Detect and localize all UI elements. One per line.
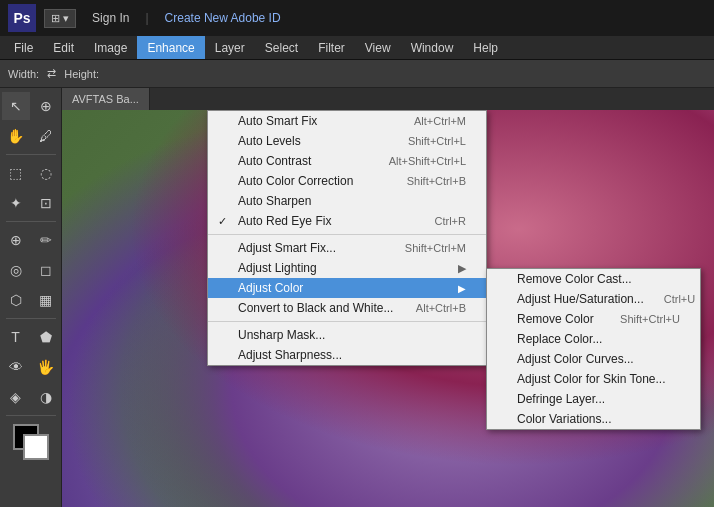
tool-row-5: ⊕ ✏ <box>2 226 60 254</box>
title-divider: | <box>145 11 148 25</box>
tool-row-10: ◈ ◑ <box>2 383 60 411</box>
adjust-color-label: Adjust Color <box>238 281 303 295</box>
menu-auto-levels[interactable]: Auto Levels Shift+Ctrl+L <box>208 131 486 151</box>
menu-auto-color-correction[interactable]: Auto Color Correction Shift+Ctrl+B <box>208 171 486 191</box>
replace-color-label: Replace Color... <box>517 332 602 346</box>
eyedropper-tool[interactable]: 🖊 <box>32 122 60 150</box>
clone-tool[interactable]: ◎ <box>2 256 30 284</box>
remove-color-shortcut: Shift+Ctrl+U <box>620 313 680 325</box>
sidebar: ↖ ⊕ ✋ 🖊 ⬚ ◌ ✦ ⊡ ⊕ ✏ ◎ ◻ ⬡ ▦ T <box>0 88 62 507</box>
menu-defringe-layer[interactable]: Defringe Layer... <box>487 389 700 409</box>
menu-filter[interactable]: Filter <box>308 36 355 59</box>
tool-row-8: T ⬟ <box>2 323 60 351</box>
tool-row-6: ◎ ◻ <box>2 256 60 284</box>
menu-adjust-color[interactable]: Adjust Color ▶ <box>208 278 486 298</box>
crop-tool[interactable]: ⊡ <box>32 189 60 217</box>
menu-adjust-sharpness[interactable]: Adjust Sharpness... <box>208 345 486 365</box>
tool-row-1: ↖ ⊕ <box>2 92 60 120</box>
auto-sharpen-label: Auto Sharpen <box>238 194 311 208</box>
eye-tool[interactable]: 👁 <box>2 353 30 381</box>
menu-help[interactable]: Help <box>463 36 508 59</box>
enhance-menu: Auto Smart Fix Alt+Ctrl+M Auto Levels Sh… <box>207 110 487 366</box>
adjust-smart-fix-label: Adjust Smart Fix... <box>238 241 336 255</box>
auto-levels-shortcut: Shift+Ctrl+L <box>408 135 466 147</box>
menu-auto-contrast[interactable]: Auto Contrast Alt+Shift+Ctrl+L <box>208 151 486 171</box>
adjust-smart-fix-shortcut: Shift+Ctrl+M <box>405 242 466 254</box>
menu-file[interactable]: File <box>4 36 43 59</box>
menu-layer[interactable]: Layer <box>205 36 255 59</box>
menu-adjust-color-curves[interactable]: Adjust Color Curves... <box>487 349 700 369</box>
menu-adjust-smart-fix[interactable]: Adjust Smart Fix... Shift+Ctrl+M <box>208 238 486 258</box>
menu-color-variations[interactable]: Color Variations... <box>487 409 700 429</box>
gradient-tool[interactable]: ▦ <box>32 286 60 314</box>
menu-auto-red-eye[interactable]: Auto Red Eye Fix Ctrl+R <box>208 211 486 231</box>
menu-adjust-skin-tone[interactable]: Adjust Color for Skin Tone... <box>487 369 700 389</box>
hand-tool[interactable]: ✋ <box>2 122 30 150</box>
healing-tool[interactable]: ⊕ <box>2 226 30 254</box>
main-area: ↖ ⊕ ✋ 🖊 ⬚ ◌ ✦ ⊡ ⊕ ✏ ◎ ◻ ⬡ ▦ T <box>0 88 714 507</box>
adjust-color-arrow: ▶ <box>458 283 466 294</box>
sidebar-sep-4 <box>6 415 56 416</box>
menu-edit[interactable]: Edit <box>43 36 84 59</box>
menu-remove-color[interactable]: Remove Color Shift+Ctrl+U <box>487 309 700 329</box>
hand3-tool[interactable]: 🖐 <box>32 353 60 381</box>
menu-adjust-lighting[interactable]: Adjust Lighting ▶ <box>208 258 486 278</box>
color-variations-label: Color Variations... <box>517 412 611 426</box>
adjust-lighting-shortcut: ▶ <box>458 262 466 275</box>
shape-tool[interactable]: ⬟ <box>32 323 60 351</box>
menu-adjust-hue-sat[interactable]: Adjust Hue/Saturation... Ctrl+U <box>487 289 700 309</box>
menu-replace-color[interactable]: Replace Color... <box>487 329 700 349</box>
dodge-tool[interactable]: ◑ <box>32 383 60 411</box>
tool-row-2: ✋ 🖊 <box>2 122 60 150</box>
menu-remove-color-cast[interactable]: Remove Color Cast... <box>487 269 700 289</box>
tool-row-9: 👁 🖐 <box>2 353 60 381</box>
create-adobe-id-link[interactable]: Create New Adobe ID <box>157 9 289 27</box>
blur-tool[interactable]: ◈ <box>2 383 30 411</box>
menu-enhance[interactable]: Enhance <box>137 36 204 59</box>
menu-auto-sharpen[interactable]: Auto Sharpen <box>208 191 486 211</box>
marquee-tool[interactable]: ⬚ <box>2 159 30 187</box>
adjust-hue-sat-label: Adjust Hue/Saturation... <box>517 292 644 306</box>
tab-bar: AVFTAS Ba... <box>62 88 714 110</box>
sidebar-sep-2 <box>6 221 56 222</box>
layout-button[interactable]: ⊞ ▾ <box>44 9 76 28</box>
brush-tool[interactable]: ✏ <box>32 226 60 254</box>
menu-unsharp-mask[interactable]: Unsharp Mask... <box>208 325 486 345</box>
convert-bw-shortcut: Alt+Ctrl+B <box>416 302 466 314</box>
color-submenu: Remove Color Cast... Adjust Hue/Saturati… <box>486 268 701 430</box>
eraser-tool[interactable]: ◻ <box>32 256 60 284</box>
menu-window[interactable]: Window <box>401 36 464 59</box>
menu-bar: File Edit Image Enhance Layer Select Fil… <box>0 36 714 60</box>
sep-1 <box>208 234 486 235</box>
move-tool[interactable]: ↖ <box>2 92 30 120</box>
auto-red-eye-shortcut: Ctrl+R <box>435 215 466 227</box>
menu-auto-smart-fix[interactable]: Auto Smart Fix Alt+Ctrl+M <box>208 111 486 131</box>
canvas-area: AVFTAS Ba... Auto Smart Fix Alt+Ctrl+M A… <box>62 88 714 507</box>
auto-red-eye-label: Auto Red Eye Fix <box>238 214 331 228</box>
canvas-tab[interactable]: AVFTAS Ba... <box>62 88 150 110</box>
menu-convert-bw[interactable]: Convert to Black and White... Alt+Ctrl+B <box>208 298 486 318</box>
convert-bw-label: Convert to Black and White... <box>238 301 393 315</box>
tool-row-4: ✦ ⊡ <box>2 189 60 217</box>
sidebar-sep-1 <box>6 154 56 155</box>
app-logo: Ps <box>8 4 36 32</box>
menu-image[interactable]: Image <box>84 36 137 59</box>
sign-in-button[interactable]: Sign In <box>84 9 137 27</box>
adjust-hue-sat-shortcut: Ctrl+U <box>664 293 695 305</box>
text-tool[interactable]: T <box>2 323 30 351</box>
width-label: Width: <box>8 68 39 80</box>
zoom-tool[interactable]: ⊕ <box>32 92 60 120</box>
background-color[interactable] <box>23 434 49 460</box>
auto-levels-label: Auto Levels <box>238 134 301 148</box>
width-arrow: ⇄ <box>47 67 56 80</box>
remove-color-label: Remove Color <box>517 312 594 326</box>
sidebar-sep-3 <box>6 318 56 319</box>
auto-color-correction-label: Auto Color Correction <box>238 174 353 188</box>
lasso-tool[interactable]: ◌ <box>32 159 60 187</box>
magic-wand-tool[interactable]: ✦ <box>2 189 30 217</box>
menu-view[interactable]: View <box>355 36 401 59</box>
color-selector[interactable] <box>13 424 49 460</box>
paint-bucket-tool[interactable]: ⬡ <box>2 286 30 314</box>
tool-row-7: ⬡ ▦ <box>2 286 60 314</box>
menu-select[interactable]: Select <box>255 36 308 59</box>
